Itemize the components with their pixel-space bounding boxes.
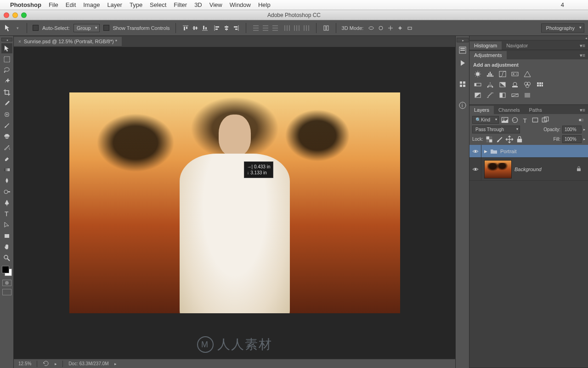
hand-tool[interactable] bbox=[1, 242, 12, 252]
curves-icon[interactable] bbox=[498, 70, 507, 78]
gradient-map-icon[interactable] bbox=[510, 91, 520, 99]
filter-smart-icon[interactable] bbox=[541, 116, 549, 124]
mid-panel-collapse[interactable] bbox=[457, 38, 469, 42]
3d-scale-icon[interactable] bbox=[406, 24, 414, 32]
layer-thumbnail[interactable] bbox=[484, 160, 512, 178]
menu-window[interactable]: Window bbox=[230, 1, 251, 8]
rectangle-tool[interactable] bbox=[1, 231, 12, 241]
libraries-panel-icon[interactable] bbox=[458, 79, 468, 89]
lock-position-icon[interactable] bbox=[505, 136, 514, 143]
hue-saturation-icon[interactable] bbox=[473, 80, 482, 89]
align-bottom-icon[interactable] bbox=[201, 24, 209, 32]
layer-row-background[interactable]: Background bbox=[469, 158, 588, 181]
foreground-color[interactable] bbox=[2, 266, 9, 273]
auto-align-icon[interactable] bbox=[322, 24, 330, 32]
visibility-toggle[interactable] bbox=[469, 145, 481, 157]
align-left-icon[interactable] bbox=[213, 24, 221, 32]
menu-view[interactable]: View bbox=[209, 1, 222, 8]
move-tool[interactable] bbox=[1, 43, 12, 53]
levels-icon[interactable] bbox=[486, 70, 495, 78]
panel-menu-icon[interactable]: ▾≡ bbox=[577, 106, 588, 114]
status-dropdown[interactable]: ▸ bbox=[55, 362, 57, 366]
layer-filter-kind[interactable]: 🔍Kind bbox=[472, 116, 499, 124]
app-menu[interactable]: Photoshop bbox=[10, 1, 41, 8]
3d-slide-icon[interactable] bbox=[396, 24, 404, 32]
auto-select-checkbox[interactable] bbox=[33, 25, 39, 31]
panel-menu-icon[interactable]: ▾≡ bbox=[577, 52, 588, 59]
channels-tab[interactable]: Channels bbox=[494, 106, 524, 114]
status-doc-dropdown[interactable]: ▸ bbox=[114, 362, 117, 366]
show-transform-checkbox[interactable] bbox=[103, 25, 109, 31]
dist-bottom-icon[interactable] bbox=[271, 24, 279, 32]
color-lookup-icon[interactable] bbox=[535, 80, 544, 89]
blend-mode-dropdown[interactable]: Pass Through bbox=[472, 126, 520, 133]
clone-stamp-tool[interactable] bbox=[1, 132, 12, 142]
lock-pixels-icon[interactable] bbox=[495, 136, 503, 143]
menu-3d[interactable]: 3D bbox=[194, 1, 202, 8]
align-top-icon[interactable] bbox=[181, 24, 190, 32]
vibrance-icon[interactable] bbox=[523, 70, 532, 78]
panel-menu-icon[interactable]: ▾≡ bbox=[577, 42, 588, 50]
3d-orbit-icon[interactable] bbox=[367, 24, 375, 32]
status-rotate-icon[interactable] bbox=[43, 361, 49, 367]
menu-edit[interactable]: Edit bbox=[66, 1, 76, 8]
layer-row-portrait[interactable]: ▶ Portrait bbox=[469, 145, 588, 158]
align-hcenter-icon[interactable] bbox=[222, 24, 231, 32]
minimize-window-button[interactable] bbox=[12, 12, 18, 18]
menu-file[interactable]: File bbox=[49, 1, 58, 8]
dist-vcenter-icon[interactable] bbox=[261, 24, 270, 32]
brush-tool[interactable] bbox=[1, 121, 12, 131]
right-panel-collapse[interactable] bbox=[469, 36, 588, 40]
menu-select[interactable]: Select bbox=[150, 1, 166, 8]
menu-help[interactable]: Help bbox=[258, 1, 271, 8]
auto-select-dropdown[interactable]: Group bbox=[74, 24, 100, 32]
opacity-field[interactable]: 100% bbox=[562, 126, 582, 133]
align-vcenter-icon[interactable] bbox=[191, 24, 199, 32]
filter-shape-icon[interactable] bbox=[531, 116, 539, 124]
align-right-icon[interactable] bbox=[232, 24, 240, 32]
fill-slider-toggle[interactable]: ▸ bbox=[583, 137, 585, 141]
canvas-area[interactable]: →| 0.433 in ↓ 3.133 in M人人素材 bbox=[14, 47, 455, 359]
healing-brush-tool[interactable] bbox=[1, 109, 12, 120]
menu-layer[interactable]: Layer bbox=[107, 1, 122, 8]
screen-mode-toggle[interactable] bbox=[2, 289, 11, 295]
status-zoom[interactable]: 12.5% bbox=[18, 361, 31, 366]
layer-name[interactable]: Portrait bbox=[500, 149, 516, 154]
paths-tab[interactable]: Paths bbox=[525, 106, 547, 114]
navigator-tab[interactable]: Navigator bbox=[502, 41, 532, 50]
zoom-tool[interactable] bbox=[1, 253, 12, 263]
quick-mask-toggle[interactable] bbox=[2, 280, 11, 286]
tool-preset-dropdown[interactable]: ▾ bbox=[17, 26, 21, 30]
maximize-window-button[interactable] bbox=[21, 12, 27, 18]
brightness-contrast-icon[interactable] bbox=[473, 70, 482, 78]
dist-left-icon[interactable] bbox=[283, 24, 291, 32]
filter-adjustment-icon[interactable] bbox=[511, 116, 519, 124]
magic-wand-tool[interactable] bbox=[1, 76, 12, 86]
close-window-button[interactable] bbox=[4, 12, 9, 18]
menu-type[interactable]: Type bbox=[130, 1, 142, 8]
group-twisty-icon[interactable]: ▶ bbox=[484, 149, 487, 154]
lock-icon[interactable] bbox=[576, 166, 585, 172]
history-panel-icon[interactable] bbox=[458, 45, 468, 55]
opacity-slider-toggle[interactable]: ▸ bbox=[583, 127, 585, 132]
pen-tool[interactable] bbox=[1, 198, 12, 208]
lock-transparency-icon[interactable] bbox=[485, 136, 493, 143]
lock-all-icon[interactable] bbox=[515, 136, 524, 143]
history-brush-tool[interactable] bbox=[1, 143, 12, 153]
workspace-selector[interactable]: Photography bbox=[541, 23, 584, 33]
blur-tool[interactable] bbox=[1, 176, 12, 186]
posterize-icon[interactable] bbox=[486, 91, 495, 99]
photo-filter-icon[interactable] bbox=[510, 80, 520, 89]
dist-right-icon[interactable] bbox=[302, 24, 311, 32]
close-tab-icon[interactable]: × bbox=[18, 39, 21, 44]
document-tab[interactable]: × Sunrise.psd @ 12.5% (Portrait, RGB/8*)… bbox=[14, 37, 122, 46]
status-doc-size[interactable]: Doc: 63.3M/237.0M bbox=[68, 361, 108, 366]
actions-panel-icon[interactable] bbox=[458, 58, 468, 68]
info-panel-icon[interactable]: i bbox=[458, 100, 468, 110]
layer-name[interactable]: Background bbox=[514, 167, 542, 172]
eyedropper-tool[interactable] bbox=[1, 98, 12, 109]
filter-type-icon[interactable]: T bbox=[521, 116, 529, 124]
threshold-icon[interactable] bbox=[498, 91, 507, 99]
exposure-icon[interactable] bbox=[510, 70, 520, 78]
color-swatches[interactable] bbox=[2, 266, 12, 276]
